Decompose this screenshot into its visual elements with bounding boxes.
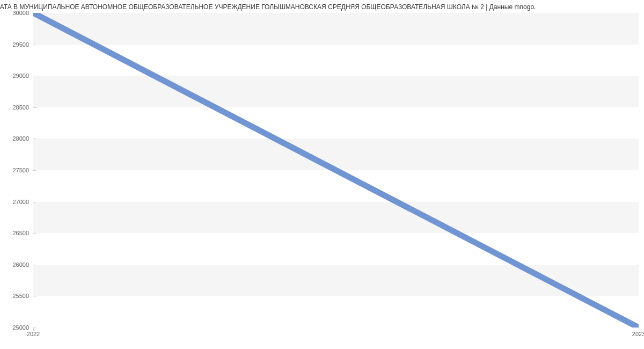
y-axis-label: 26500	[12, 230, 29, 236]
y-tick	[33, 139, 36, 139]
y-axis-label: 26000	[12, 261, 29, 268]
y-tick	[33, 107, 36, 108]
y-axis-label: 29000	[12, 72, 29, 79]
grid-band	[33, 202, 639, 234]
y-tick	[33, 202, 36, 202]
y-axis-label: 27500	[12, 167, 29, 173]
plot-area: 30000 29500 29000 28500 28000 27500 2700…	[33, 13, 639, 328]
y-axis-label: 28000	[12, 135, 29, 142]
x-axis-label: 2022	[27, 331, 40, 337]
y-tick	[33, 45, 36, 45]
y-tick	[33, 76, 36, 76]
chart-title: ЗАРПЛАТА В МУНИЦИПАЛЬНОЕ АВТОНОМНОЕ ОБЩЕ…	[0, 0, 644, 12]
y-tick	[33, 233, 36, 234]
y-tick	[33, 296, 36, 296]
x-axis-label: 2023	[632, 331, 644, 337]
y-axis-label: 28500	[12, 104, 29, 111]
y-axis-label: 30000	[12, 10, 29, 16]
y-tick	[33, 170, 36, 171]
y-axis-label: 25000	[12, 324, 29, 331]
chart-container: ЗАРПЛАТА В МУНИЦИПАЛЬНОЕ АВТОНОМНОЕ ОБЩЕ…	[0, 0, 644, 349]
y-axis-label: 25500	[12, 293, 29, 299]
grid-band	[33, 139, 639, 170]
grid-band	[33, 265, 639, 296]
y-tick	[33, 265, 36, 265]
y-axis-label: 27000	[12, 199, 29, 205]
y-tick	[33, 13, 36, 13]
grid-band	[33, 76, 639, 107]
y-axis-label: 29500	[12, 41, 29, 48]
grid-band	[33, 13, 639, 45]
